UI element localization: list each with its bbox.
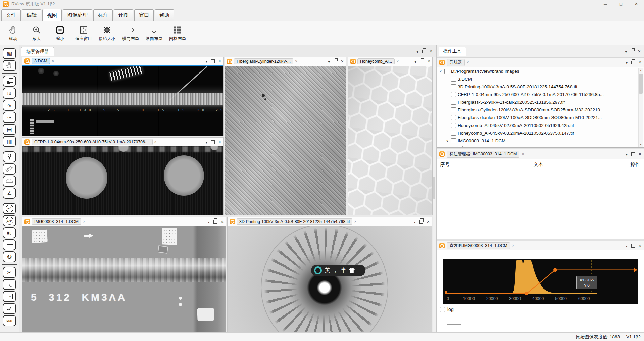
window-title[interactable]: Fiberglass-Cylinder-120kV-... [234,58,293,64]
sidebar-layers-button[interactable] [3,76,16,87]
scroll-down-icon[interactable] [639,142,643,147]
chevron-down-icon[interactable] [417,49,418,54]
sidebar-curve-wave-button[interactable] [3,112,16,123]
window-titlebar[interactable]: CFRP-1-0.04mm-90s-250-600-Al10-75kV-0.1m… [22,138,223,146]
column-header-index[interactable]: 序号 [437,161,460,168]
image-window-fiberglass[interactable]: Fiberglass-Cylinder-120kV-... [225,57,346,215]
splitter-handle[interactable] [447,324,461,325]
checkbox[interactable] [451,131,456,136]
chevron-down-icon[interactable] [626,60,628,65]
float-icon[interactable] [419,220,423,224]
close-icon[interactable] [629,0,644,8]
column-header-text[interactable]: 文本 [460,161,616,168]
toolbar-zoom-in-button[interactable]: 放大 [26,21,48,45]
checkbox[interactable] [451,77,456,82]
xray-image-viewport[interactable]: 5 312 KM3ΛA [22,226,226,332]
window-title[interactable]: 3.DCM [32,58,50,64]
close-icon[interactable] [52,59,54,63]
tree-item[interactable]: Honeycomb_Al-045kV-03.20mA-20110502-0537… [437,129,638,137]
sidebar-rotate-270-button[interactable]: 270° [3,215,16,226]
tab-scene-manager[interactable]: 场景管理器 [21,47,54,56]
checkbox[interactable] [451,92,456,97]
float-icon[interactable] [631,152,635,156]
chevron-down-icon[interactable] [626,243,628,248]
window-titlebar[interactable]: 3.DCM [22,57,223,66]
close-icon[interactable] [295,59,297,64]
window-titlebar[interactable]: Fiberglass-Cylinder-120kV-... [225,57,346,66]
histogram-chart[interactable]: 0100002000030000400005000060000 [443,259,638,305]
float-icon[interactable] [334,60,337,63]
scroll-up-icon[interactable] [639,68,643,73]
close-icon[interactable] [354,219,356,224]
close-icon[interactable] [218,58,221,64]
scrollbar-vertical[interactable] [433,57,436,332]
menu-tab-4[interactable]: 图像处理 [63,9,92,21]
chevron-down-icon[interactable] [206,140,207,145]
close-icon[interactable] [467,60,469,65]
log-checkbox[interactable] [440,307,445,312]
sidebar-list-search-button[interactable] [3,279,16,290]
tree-item[interactable]: Fiberglass-Cylinder-120kV-83uA-SDD800mm-… [437,106,638,114]
tree-item[interactable]: 3D Printing-100kV-3mA-0.5S-80F-20181225-… [437,83,638,91]
checkbox[interactable] [451,123,456,128]
window-titlebar[interactable]: Honeycomb_Al... [348,57,432,66]
image-window-cfrp[interactable]: CFRP-1-0.04mm-90s-250-600-Al10-75kV-0.1m… [22,138,223,215]
sidebar-wave-filter-button[interactable] [3,88,16,99]
tree-item[interactable]: Fiberglass-dianlou-100kV-100uA-SDD800mm-… [437,114,638,121]
checkbox[interactable] [451,138,456,143]
float-icon[interactable] [211,59,215,63]
chevron-down-icon[interactable] [206,59,207,64]
toolbar-fit-window-button[interactable]: 适应窗口 [72,21,95,45]
image-window-honeycomb[interactable]: Honeycomb_Al... [348,57,432,215]
sidebar-snr-button[interactable]: SNR [3,315,16,326]
menu-tab-1[interactable]: 文件 [1,9,21,21]
close-icon[interactable] [428,59,430,64]
menu-tab-6[interactable]: 评图 [114,9,133,21]
float-icon[interactable] [631,50,634,53]
tab-operation-tools[interactable]: 操作工具 [439,47,466,56]
tree-item[interactable]: Honeycomb_Al-045kV-02.00mA-20110502-0519… [437,121,638,129]
chevron-down-icon[interactable] [208,219,210,224]
maximize-icon[interactable] [613,0,629,8]
chevron-down-icon[interactable] [328,59,330,64]
sidebar-table-rows-button[interactable] [3,124,16,135]
window-titlebar[interactable]: IMG00003_314_1.DCM [22,217,226,226]
tree-item[interactable]: IMG00003_314_1.DCM [437,137,638,145]
tab-histogram[interactable]: 直方图:IMG00003_314_1.DCM [447,242,510,249]
menu-tab-8[interactable]: 帮助 [155,9,174,21]
close-icon[interactable] [427,219,430,224]
chevron-down-icon[interactable] [439,69,443,73]
menu-tab-5[interactable]: 标注 [93,9,113,21]
window-title[interactable]: Honeycomb_Al... [357,58,395,64]
window-title[interactable]: CFRP-1-0.04mm-90s-250-600-Al10-75kV-0.1m… [32,139,153,145]
sidebar-rotate-free-button[interactable] [3,251,16,262]
minimize-icon[interactable] [598,0,613,8]
close-icon[interactable] [154,140,157,144]
tree-item[interactable]: CFRP-1-0.04mm-90s-250-600-Al10-75kV-0.1m… [437,91,638,98]
toolbar-layout-horizontal-button[interactable]: 横向布局 [119,21,142,45]
close-icon[interactable] [83,219,85,224]
close-icon[interactable] [639,243,641,248]
image-window-img00003[interactable]: IMG00003_314_1.DCM 5 312 KM3ΛA [22,217,226,332]
checkbox[interactable] [451,84,456,89]
image-window-3dcm[interactable]: 3.DCM 1 2 501 3 0551 01 51 52 02 5 [22,57,223,136]
float-icon[interactable] [631,244,635,248]
tree-item[interactable]: D:/Programs/RView/brand images [437,67,638,75]
sidebar-cut-button[interactable] [3,267,16,278]
sidebar-table-columns-button[interactable] [3,136,16,147]
close-icon[interactable] [396,59,399,64]
close-icon[interactable] [512,243,514,248]
chevron-down-icon[interactable] [625,49,627,54]
toolbar-original-size-button[interactable]: 原始大小 [96,21,118,45]
chevron-down-icon[interactable] [626,152,628,157]
scrollbar-thumb[interactable] [433,177,435,199]
close-icon[interactable] [221,219,224,224]
menu-tab-3[interactable]: 视图 [42,9,62,21]
scrollbar-thumb[interactable] [639,74,643,94]
menu-tab-7[interactable]: 窗口 [134,9,154,21]
close-icon[interactable] [638,49,641,54]
close-icon[interactable] [218,139,221,145]
toolbar-pan-button[interactable]: 移动 [2,21,24,45]
sidebar-pin-marker-button[interactable] [3,151,16,162]
window-titlebar[interactable]: 3D Printing-100kV-3mA-0.5S-80F-20181225-… [228,217,432,226]
